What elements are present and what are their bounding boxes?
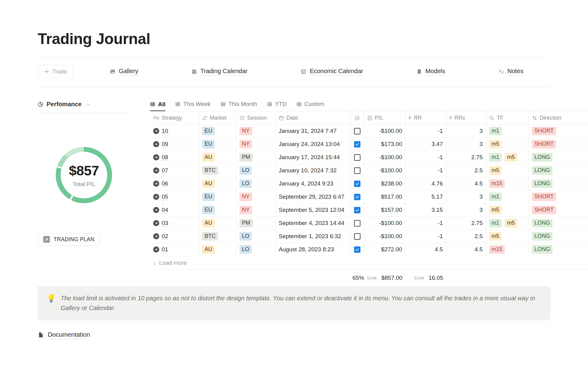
tag-m5: m5 [489, 166, 502, 174]
economic-calendar-icon [301, 69, 306, 74]
open-page-arrow-icon [153, 220, 159, 226]
date-cell: January 24, 2024 13:04 [276, 138, 351, 151]
strategy-number[interactable]: 07 [162, 167, 168, 174]
strategy-number[interactable]: 05 [162, 193, 168, 200]
strategy-cell[interactable]: 05 [150, 190, 199, 203]
rr-cell: 4.76 [405, 177, 446, 190]
trading-plan-button[interactable]: TRADING PLAN [38, 233, 100, 245]
pl-value: -$100.00 [379, 128, 402, 134]
strategy-cell[interactable]: 07 [150, 164, 199, 177]
strategy-cell[interactable]: 08 [150, 151, 199, 164]
trade-checkbox[interactable] [354, 220, 360, 227]
strategy-cell[interactable]: 04 [150, 204, 199, 216]
footer-rr-sum[interactable]: SUM16.05 [405, 270, 446, 286]
strategy-number[interactable]: 02 [162, 233, 168, 240]
table-icon [296, 102, 302, 107]
footer-label: SUM [414, 276, 424, 280]
column-header-direction[interactable]: Direction [529, 111, 588, 124]
performance-view-selector[interactable]: Perfomance [38, 101, 130, 113]
tag-LONG: LONG [532, 232, 552, 240]
checkbox-cell [351, 243, 364, 256]
direction-cell: LONG [529, 164, 588, 177]
strategy-number[interactable]: 03 [162, 220, 168, 227]
column-header-pl[interactable]: P/L [364, 111, 405, 124]
trade-checkbox[interactable] [354, 154, 360, 161]
strategy-cell[interactable]: 10 [150, 125, 199, 137]
trade-date: September 29, 2023 6:47 [279, 193, 344, 200]
column-header-market[interactable]: Market [199, 111, 236, 124]
tag-LO: LO [239, 245, 252, 253]
trade-checkbox[interactable] [354, 128, 360, 134]
table-row: 08AUPMJanuary 17, 2024 15:44-$100.00-12.… [150, 151, 588, 164]
tab-this-month[interactable]: This Month [221, 101, 257, 111]
trade-button[interactable]: Trade [38, 65, 73, 78]
trade-checkbox[interactable] [354, 233, 360, 240]
calculator-icon [367, 115, 372, 121]
tag-PM: PM [239, 219, 253, 227]
direction-cell: SHORT [529, 190, 588, 203]
rrx-value: 2.5 [475, 167, 483, 174]
checkbox-cell [351, 151, 364, 164]
strategy-cell[interactable]: 06 [150, 177, 199, 190]
strategy-cell[interactable]: 01 [150, 243, 199, 256]
tag-LONG: LONG [532, 245, 552, 253]
nav-link-notes[interactable]: Notes [499, 68, 523, 76]
tab-all[interactable]: All [150, 101, 165, 111]
trade-checkbox[interactable] [354, 167, 360, 174]
strategy-number[interactable]: 08 [162, 154, 168, 161]
rr-value: 3.47 [432, 141, 443, 148]
strategy-number[interactable]: 01 [162, 246, 168, 253]
trade-checkbox[interactable] [354, 207, 360, 213]
search-icon [489, 115, 494, 121]
tab-custom[interactable]: Custom [296, 101, 324, 111]
strategy-number[interactable]: 06 [162, 180, 168, 187]
strategy-cell[interactable]: 03 [150, 217, 199, 230]
column-header-rr[interactable]: #RR [405, 111, 446, 124]
book-icon [417, 69, 422, 74]
footer-pl-sum[interactable]: SUM$857.00 [364, 270, 405, 286]
tab-this-week[interactable]: This Week [175, 101, 210, 111]
strategy-number[interactable]: 09 [162, 141, 168, 148]
trade-checkbox[interactable] [354, 246, 360, 253]
tf-cell: m5 [486, 230, 529, 243]
table-row: 09EUNYJanuary 24, 2024 13:04$173.003.473… [150, 138, 588, 151]
trade-checkbox[interactable] [354, 194, 360, 200]
column-header-strategy[interactable]: AaStrategy [150, 111, 199, 124]
column-header-session[interactable]: Session [236, 111, 276, 124]
column-header-rrx[interactable]: #RRx [446, 111, 486, 124]
strategy-number[interactable]: 04 [162, 207, 168, 214]
session-cell: LO [236, 230, 276, 243]
rrx-value: 2.75 [471, 220, 483, 227]
tag-AU: AU [202, 245, 215, 253]
strategy-cell[interactable]: 09 [150, 138, 199, 151]
nav-links: GalleryTrading CalendarEconomic Calendar… [110, 68, 523, 76]
tag-m5: m5 [489, 232, 502, 240]
table-row: 02BTCLOSeptember 1, 2023 6:32-$100.00-12… [150, 230, 588, 243]
strategy-number[interactable]: 10 [162, 128, 168, 135]
documentation-link[interactable]: Documentation [38, 331, 90, 339]
chevron-down-icon [86, 102, 90, 107]
trade-checkbox[interactable] [354, 181, 360, 187]
strategy-cell[interactable]: 02 [150, 230, 199, 243]
checkbox-cell [351, 190, 364, 203]
table-icon [267, 102, 272, 107]
rr-value: -1 [438, 233, 443, 240]
tf-cell: m5 [486, 204, 529, 216]
nav-link-models[interactable]: Models [417, 68, 445, 76]
column-header-tf[interactable]: TF [486, 111, 529, 124]
rr-value: 5.17 [432, 193, 443, 200]
footer-checked-percent[interactable]: CHECKED65% [351, 270, 364, 286]
open-page-arrow-icon [153, 181, 159, 187]
nav-link-trading-calendar[interactable]: Trading Calendar [191, 68, 247, 76]
nav-link-label: Models [425, 68, 445, 76]
rrx-cell: 3 [446, 138, 486, 151]
nav-link-gallery[interactable]: Gallery [110, 68, 138, 76]
pl-value: -$100.00 [379, 154, 402, 161]
trade-checkbox[interactable] [354, 141, 360, 148]
load-more-button[interactable]: ↓ Load more [150, 256, 588, 270]
column-header-date[interactable]: Date [276, 111, 351, 124]
column-header-check[interactable] [351, 111, 364, 124]
tab-ytd[interactable]: YTD [267, 101, 287, 111]
nav-link-label: Economic Calendar [310, 68, 363, 76]
nav-link-economic-calendar[interactable]: Economic Calendar [301, 68, 363, 76]
